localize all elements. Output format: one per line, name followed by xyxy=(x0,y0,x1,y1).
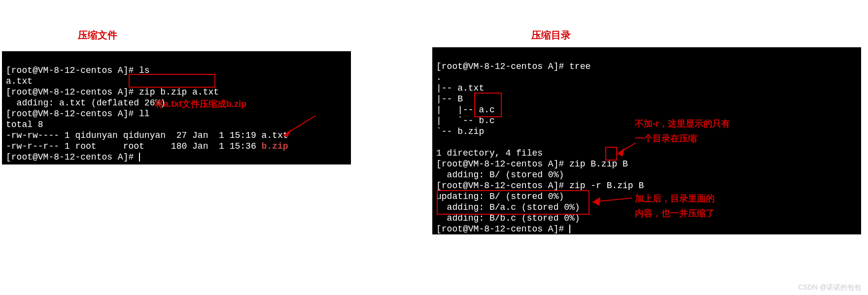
right-annotation-2: 加上后，目录里面的 内容，也一并压缩了 xyxy=(635,191,715,221)
term-line: updating: B/ (stored 0%) xyxy=(436,192,564,201)
term-line: [root@VM-8-12-centos A]# ls xyxy=(6,66,150,75)
term-line: [root@VM-8-12-centos A]# zip -r B.zip B xyxy=(436,181,644,191)
annotation-line: 一个目录在压缩 xyxy=(635,131,730,146)
term-line: adding: a.txt (deflated 26%) xyxy=(6,98,166,108)
term-line: total 8 xyxy=(6,120,43,130)
term-line: [root@VM-8-12-centos A]# xyxy=(6,152,140,162)
left-title: 压缩文件 xyxy=(78,29,117,42)
term-line: a.txt xyxy=(6,76,33,86)
annotation-line: 加上后，目录里面的 xyxy=(635,191,715,206)
term-line: . xyxy=(436,72,442,82)
term-line: [root@VM-8-12-centos A]# zip b.zip a.txt xyxy=(6,87,219,97)
term-line: |-- B xyxy=(436,94,463,104)
annotation-line: 不加-r，这里显示的只有 xyxy=(635,116,730,131)
term-line: |-- a.txt xyxy=(436,83,484,93)
term-line: adding: B/a.c (stored 0%) xyxy=(436,202,580,212)
term-line: 1 directory, 4 files xyxy=(436,148,543,158)
cursor-icon xyxy=(569,225,570,233)
term-line: [root@VM-8-12-centos A]# ll xyxy=(6,109,150,119)
right-title: 压缩目录 xyxy=(531,29,571,42)
annotation-line: 内容，也一并压缩了 xyxy=(635,206,715,221)
right-annotation-1: 不加-r，这里显示的只有 一个目录在压缩 xyxy=(635,116,730,146)
term-line: | `-- b.c xyxy=(436,116,495,126)
term-line: [root@VM-8-12-centos A]# zip B.zip B xyxy=(436,159,628,169)
term-line: adding: B/ (stored 0%) xyxy=(436,170,564,180)
term-line: -rw-r--r-- 1 root root 180 Jan 1 15:36 b… xyxy=(6,141,288,151)
cursor-icon xyxy=(139,153,140,162)
term-line: `-- b.zip xyxy=(436,127,484,136)
watermark: CSDN @诺诺的包包 xyxy=(798,283,861,292)
left-annotation: 将a.txt文件压缩成b.zip xyxy=(155,97,246,111)
term-line: | |-- a.c xyxy=(436,105,495,115)
term-line: -rw-rw---- 1 qidunyan qidunyan 27 Jan 1 … xyxy=(6,131,288,140)
term-line: [root@VM-8-12-centos A]# tree xyxy=(436,62,590,71)
term-line: [root@VM-8-12-centos A]# xyxy=(436,224,570,234)
term-line: adding: B/b.c (stored 0%) xyxy=(436,213,580,223)
